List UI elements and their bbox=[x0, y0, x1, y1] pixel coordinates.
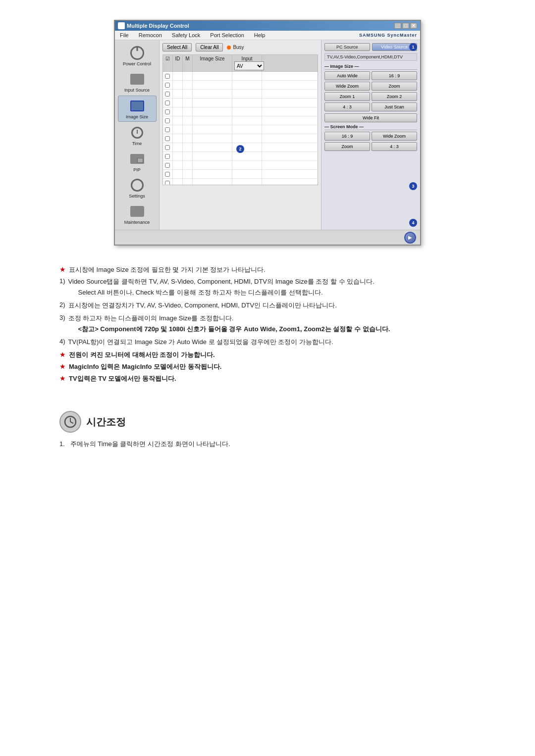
col-header-m: M bbox=[183, 55, 193, 71]
zoom-button[interactable]: Zoom bbox=[372, 82, 417, 91]
sidebar-label-pip: PIP bbox=[133, 167, 141, 172]
menu-remocon[interactable]: Remocon bbox=[137, 32, 164, 39]
star-icon-3: ★ bbox=[59, 362, 66, 370]
table-row bbox=[163, 161, 318, 170]
sidebar-item-pip[interactable]: PIP bbox=[118, 149, 157, 174]
main-content: Select All Clear All Busy ☑ ID M Image S… bbox=[160, 40, 321, 230]
callout-badge-1: 1 bbox=[409, 43, 417, 51]
table-row bbox=[163, 170, 318, 179]
note-num-2: 2) 표시창에는 연결장치가 TV, AV, S-Video, Componen… bbox=[59, 301, 476, 310]
note-num-1-text: Video Source탭을 클릭하면 TV, AV, S-Video, Com… bbox=[68, 277, 374, 286]
note-star-4: ★ TV입력은 TV 모델에서만 동작됩니다. bbox=[59, 374, 476, 383]
screen-zoom-button[interactable]: Zoom bbox=[324, 142, 370, 151]
note-star-4-text: TV입력은 TV 모델에서만 동작됩니다. bbox=[69, 374, 176, 383]
menu-safety-lock[interactable]: Safety Lock bbox=[170, 32, 202, 39]
window-icon bbox=[118, 22, 125, 29]
star-icon-1: ★ bbox=[59, 265, 66, 273]
section2-title: 시간조정 bbox=[86, 415, 126, 429]
callout-badge-2: 2 bbox=[236, 145, 244, 153]
settings-icon bbox=[128, 177, 146, 193]
note-num-3-bold: <참고> Component에 720p 및 1080i 신호가 들어올 경우 … bbox=[78, 325, 390, 334]
close-button[interactable]: ✕ bbox=[410, 23, 417, 29]
star-icon-4: ★ bbox=[59, 374, 66, 382]
col-header-input: Input AV TV S-Video Component HDMI DTV bbox=[232, 55, 262, 71]
display-table[interactable] bbox=[162, 71, 318, 185]
note-num-4-num: 4) bbox=[59, 338, 65, 345]
sidebar-item-input-source[interactable]: Input Source bbox=[118, 69, 157, 95]
sidebar-label-input: Input Source bbox=[124, 88, 150, 93]
maintenance-icon bbox=[128, 203, 146, 219]
wide-zoom-button[interactable]: Wide Zoom bbox=[324, 82, 370, 91]
sidebar-item-maintenance[interactable]: Maintenance bbox=[118, 202, 157, 227]
title-bar: Multiple Display Control _ □ ✕ bbox=[115, 21, 420, 31]
ratio-4-3-button[interactable]: 4 : 3 bbox=[324, 102, 370, 111]
just-scan-button[interactable]: Just Scan bbox=[372, 102, 417, 111]
col-header-imagesize: Image Size bbox=[193, 55, 232, 71]
table-row bbox=[163, 179, 318, 185]
maximize-button[interactable]: □ bbox=[402, 23, 409, 29]
screen-wide-zoom-button[interactable]: Wide Zoom bbox=[372, 132, 417, 141]
busy-indicator: Busy bbox=[227, 45, 244, 50]
input-source-icon bbox=[128, 71, 146, 87]
select-all-button[interactable]: Select All bbox=[162, 43, 192, 51]
note-num-3-num: 3) bbox=[59, 314, 65, 321]
sidebar-item-image-size[interactable]: Image Size bbox=[118, 96, 157, 122]
minimize-button[interactable]: _ bbox=[394, 23, 401, 29]
note-star-2: ★ 전원이 켜진 모니터에 대해서만 조정이 가능합니다. bbox=[59, 351, 476, 359]
note-star-3-text: MagicInfo 입력은 MagicInfo 모델에서만 동작됩니다. bbox=[69, 362, 221, 371]
sidebar-item-time[interactable]: Time bbox=[118, 123, 157, 148]
note-num-2-text: 표시창에는 연결장치가 TV, AV, S-Video, Component, … bbox=[68, 301, 337, 310]
apply-button[interactable]: ▶ bbox=[404, 232, 416, 244]
window-body: Power Control Input Source Image Size bbox=[115, 40, 420, 230]
application-window: Multiple Display Control _ □ ✕ File Remo… bbox=[114, 20, 421, 246]
note-num-2-num: 2) bbox=[59, 301, 65, 308]
clear-all-button[interactable]: Clear All bbox=[196, 43, 223, 51]
zoom1-button[interactable]: Zoom 1 bbox=[324, 92, 370, 101]
note-num-3: 3) 조정 하고자 하는 디스플레이의 Image Size를 조정합니다. <… bbox=[59, 314, 476, 334]
image-size-section-label: — Image Size — bbox=[324, 64, 417, 70]
samsung-logo: SAMSUNG SyncMaster bbox=[359, 33, 417, 38]
table-row bbox=[163, 116, 318, 125]
col-header-id: ID bbox=[173, 55, 183, 71]
screen-16-9-button[interactable]: 16 : 9 bbox=[324, 132, 370, 141]
note-num-1-num: 1) bbox=[59, 277, 65, 285]
menu-help[interactable]: Help bbox=[252, 32, 268, 39]
callout-badge-3: 3 bbox=[409, 182, 417, 190]
window-title: Multiple Display Control bbox=[127, 23, 189, 29]
sidebar-label-maintenance: Maintenance bbox=[124, 220, 150, 225]
menu-bar: File Remocon Safety Lock Port Selection … bbox=[115, 31, 420, 40]
pc-source-tab[interactable]: PC Source bbox=[324, 43, 370, 51]
section2-item-1-text: 주메뉴의 Time을 클릭하면 시간조정 화면이 나타납니다. bbox=[70, 440, 230, 448]
menu-file[interactable]: File bbox=[118, 32, 131, 39]
section2-list: 1. 주메뉴의 Time을 클릭하면 시간조정 화면이 나타납니다. bbox=[59, 440, 476, 449]
sidebar-label-time: Time bbox=[132, 141, 142, 146]
table-row bbox=[163, 134, 318, 143]
screen-mode-buttons: 16 : 9 Wide Zoom Zoom 4 : 3 bbox=[324, 132, 417, 151]
sidebar-item-power-control[interactable]: Power Control bbox=[118, 43, 157, 68]
busy-label: Busy bbox=[233, 45, 244, 50]
pip-icon bbox=[128, 151, 146, 167]
screen-4-3-button[interactable]: 4 : 3 bbox=[372, 142, 417, 151]
star-icon-2: ★ bbox=[59, 351, 66, 358]
auto-wide-button[interactable]: Auto Wide bbox=[324, 71, 370, 80]
svg-line-2 bbox=[70, 422, 73, 423]
note-num-1: 1) Video Source탭을 클릭하면 TV, AV, S-Video, … bbox=[59, 277, 476, 297]
ratio-16-9-button[interactable]: 16 : 9 bbox=[372, 71, 417, 80]
section2-item-1: 1. 주메뉴의 Time을 클릭하면 시간조정 화면이 나타납니다. bbox=[59, 440, 476, 449]
input-dropdown[interactable]: AV TV S-Video Component HDMI DTV bbox=[234, 61, 264, 70]
wide-fit-button[interactable]: Wide Fit bbox=[324, 113, 417, 122]
table-header: ☑ ID M Image Size Input AV TV S-Video Co… bbox=[162, 54, 318, 71]
zoom2-button[interactable]: Zoom 2 bbox=[372, 92, 417, 101]
status-bar: ▶ bbox=[115, 230, 420, 245]
clock-icon bbox=[64, 415, 77, 428]
menu-port-selection[interactable]: Port Selection bbox=[208, 32, 246, 39]
sidebar: Power Control Input Source Image Size bbox=[115, 40, 160, 230]
note-num-1-sub: Select All 버튼이나, Check 박스를 이용해 조정 하고자 하는… bbox=[78, 288, 374, 297]
note-num-3-text: 조정 하고자 하는 디스플레이의 Image Size를 조정합니다. bbox=[68, 314, 390, 323]
power-control-icon bbox=[128, 45, 146, 61]
table-row bbox=[163, 90, 318, 99]
table-row bbox=[163, 99, 318, 107]
table-row bbox=[163, 152, 318, 161]
sidebar-item-settings[interactable]: Settings bbox=[118, 175, 157, 201]
time-icon bbox=[128, 125, 146, 141]
